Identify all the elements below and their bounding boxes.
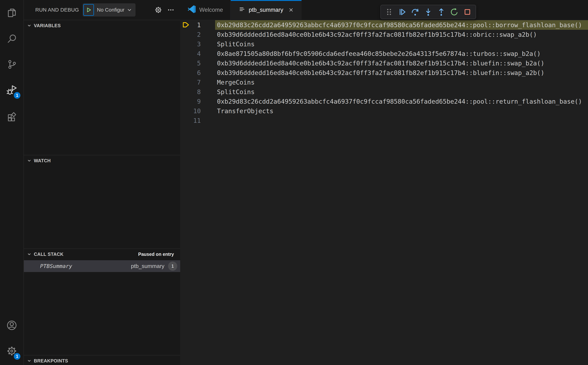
- search-icon: [6, 33, 17, 44]
- debug-settings-gear-button[interactable]: [155, 6, 162, 14]
- tab-welcome[interactable]: Welcome: [180, 0, 231, 20]
- code-line[interactable]: 10TransferObjects: [180, 106, 588, 116]
- sidebar-item-run-and-debug[interactable]: 1: [0, 77, 23, 103]
- toolbar-drag-handle[interactable]: [383, 6, 395, 18]
- variables-section: VARIABLES: [24, 20, 180, 155]
- step-out-icon: [437, 7, 446, 16]
- step-out-button[interactable]: [435, 6, 447, 18]
- watch-section: WATCH: [24, 155, 180, 248]
- watch-section-header[interactable]: WATCH: [24, 155, 180, 166]
- line-text: TransferObjects: [217, 106, 273, 116]
- sidebar-item-extensions[interactable]: [0, 103, 23, 129]
- breakpoints-section-header[interactable]: BREAKPOINTS: [24, 355, 180, 365]
- sidebar-actions: [155, 6, 175, 14]
- line-text: 0xb39d6dddedd16ed8a40ce0b1e6b43c92acf0ff…: [217, 30, 537, 39]
- code-line[interactable]: 40x8ae871505a80d8bf6bf9c05906cda6edfeea4…: [180, 49, 588, 58]
- tab-label: Welcome: [199, 7, 223, 13]
- breakpoints-section: BREAKPOINTS: [24, 355, 180, 365]
- sidebar-item-search[interactable]: [0, 26, 23, 51]
- extensions-icon: [6, 110, 17, 121]
- line-number: 2: [180, 30, 201, 39]
- sidebar-title: RUN AND DEBUG: [35, 7, 79, 13]
- step-into-button[interactable]: [422, 6, 434, 18]
- line-number: 7: [180, 77, 201, 87]
- line-text: 0x8ae871505a80d8bf6bf9c05906cda6edfeea46…: [217, 49, 541, 58]
- manage-settings-button[interactable]: 1: [0, 338, 23, 364]
- vscode-logo-icon: [188, 5, 196, 15]
- line-number: 8: [180, 87, 201, 97]
- restart-button[interactable]: [448, 6, 460, 18]
- code-line[interactable]: 90xb29d83c26cdd2a64959263abbcfc4a6937f0c…: [180, 97, 588, 106]
- debug-current-line-arrow-icon: [182, 22, 189, 28]
- code-lines: 10xb29d83c26cdd2a64959263abbcfc4a6937f0c…: [180, 20, 588, 365]
- line-text: 0xb29d83c26cdd2a64959263abbcfc4a6937f0c9…: [217, 20, 582, 30]
- step-over-icon: [411, 7, 420, 16]
- stop-button[interactable]: [461, 6, 474, 18]
- ellipsis-icon: [167, 6, 175, 14]
- step-into-icon: [424, 7, 433, 16]
- chevron-down-icon: [27, 252, 32, 257]
- line-number: 10: [180, 106, 201, 116]
- code-line[interactable]: 8SplitCoins: [180, 87, 588, 97]
- start-debugging-button[interactable]: [83, 4, 94, 16]
- code-line[interactable]: 11: [180, 116, 588, 125]
- tab-ptb-summary[interactable]: ptb_summary: [231, 0, 302, 20]
- debug-toolbar: [380, 5, 476, 19]
- settings-count-badge: 1: [13, 352, 21, 360]
- chevron-down-icon: [27, 158, 32, 163]
- git-branch-icon: [6, 59, 17, 70]
- call-stack-frame-row[interactable]: PTBSummary ptb_summary 1: [24, 260, 180, 272]
- editor-group: Welcome ptb_summary: [180, 0, 588, 365]
- sidebar-item-source-control[interactable]: [0, 51, 23, 77]
- sidebar-header: RUN AND DEBUG No Configur: [24, 0, 180, 20]
- continue-icon: [398, 7, 406, 16]
- close-icon[interactable]: [288, 7, 294, 13]
- vscode-window: 1: [0, 0, 588, 365]
- editor-tab-bar: Welcome ptb_summary: [180, 0, 588, 20]
- stack-frame-line-badge: 1: [168, 261, 177, 271]
- debug-current-line-arrow-icon: [182, 22, 189, 28]
- variables-section-header[interactable]: VARIABLES: [24, 20, 180, 31]
- stop-icon: [463, 7, 472, 16]
- run-and-debug-sidebar: RUN AND DEBUG No Configur: [24, 0, 180, 365]
- activity-bar-bottom: 1: [0, 312, 23, 364]
- line-number: 6: [180, 68, 201, 77]
- line-number: 3: [180, 39, 201, 49]
- line-text: 0xb39d6dddedd16ed8a40ce0b1e6b43c92acf0ff…: [217, 58, 545, 68]
- line-text: SplitCoins: [217, 87, 255, 97]
- code-line[interactable]: 50xb39d6dddedd16ed8a40ce0b1e6b43c92acf0f…: [180, 58, 588, 68]
- debug-launch-control: No Configur: [83, 3, 135, 17]
- pause-reason-status: Paused on entry: [138, 252, 174, 257]
- line-text: SplitCoins: [217, 39, 255, 49]
- tab-label: ptb_summary: [249, 7, 283, 13]
- line-number: 9: [180, 97, 201, 106]
- sidebar-item-explorer[interactable]: [0, 0, 23, 26]
- continue-button[interactable]: [396, 6, 408, 18]
- call-stack-section: CALL STACK Paused on entry PTBSummary pt…: [24, 248, 180, 355]
- activity-bar: 1: [0, 0, 24, 365]
- line-number: 4: [180, 49, 201, 58]
- line-text: 0xb39d6dddedd16ed8a40ce0b1e6b43c92acf0ff…: [217, 68, 545, 77]
- code-line[interactable]: 7MergeCoins: [180, 77, 588, 87]
- chevron-down-icon: [27, 23, 32, 28]
- account-button[interactable]: [0, 312, 23, 338]
- grip-dots-icon: [385, 7, 393, 16]
- code-line[interactable]: 20xb39d6dddedd16ed8a40ce0b1e6b43c92acf0f…: [180, 30, 588, 39]
- step-over-button[interactable]: [409, 6, 421, 18]
- code-line[interactable]: 10xb29d83c26cdd2a64959263abbcfc4a6937f0c…: [180, 20, 588, 30]
- list-file-icon: [238, 6, 245, 14]
- debug-config-dropdown[interactable]: No Configur: [94, 7, 135, 13]
- call-stack-section-header[interactable]: CALL STACK Paused on entry: [24, 249, 180, 260]
- account-icon: [6, 320, 17, 331]
- stack-frame-name: PTBSummary: [40, 263, 72, 269]
- gear-icon: [155, 6, 162, 14]
- files-icon: [6, 7, 17, 18]
- code-line[interactable]: 3SplitCoins: [180, 39, 588, 49]
- restart-icon: [450, 7, 459, 16]
- line-number: 11: [180, 116, 201, 125]
- more-actions-button[interactable]: [167, 6, 175, 14]
- line-text: MergeCoins: [217, 77, 255, 87]
- code-line[interactable]: 60xb39d6dddedd16ed8a40ce0b1e6b43c92acf0f…: [180, 68, 588, 77]
- line-number: 5: [180, 58, 201, 68]
- chevron-down-icon: [27, 358, 32, 363]
